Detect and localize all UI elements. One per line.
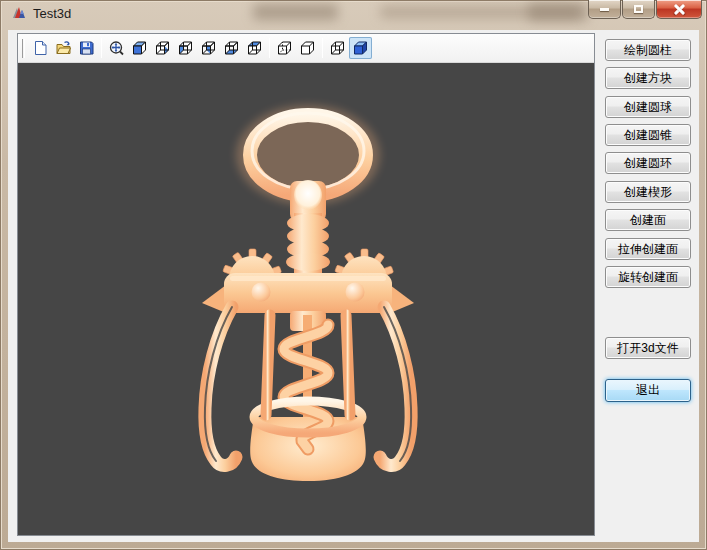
- cube-hidden-dashed-icon[interactable]: [273, 37, 296, 59]
- view-cube-sw-icon[interactable]: [128, 37, 151, 59]
- viewport-3d[interactable]: [18, 63, 594, 535]
- save-file-icon[interactable]: [75, 37, 98, 59]
- create-sphere-button[interactable]: 创建圆球: [605, 96, 691, 118]
- render-shaded-icon[interactable]: [349, 37, 372, 59]
- render-wireframe-icon[interactable]: [326, 37, 349, 59]
- client-area: [8, 30, 699, 542]
- blurred-background: [253, 4, 338, 20]
- draw-cylinder-button[interactable]: 绘制圆柱: [605, 39, 691, 61]
- revolve-face-button[interactable]: 旋转创建面: [605, 266, 691, 288]
- create-wedge-button[interactable]: 创建楔形: [605, 181, 691, 203]
- cube-plain-icon[interactable]: [296, 37, 319, 59]
- minimize-icon: [600, 8, 609, 11]
- create-torus-button[interactable]: 创建圆环: [605, 152, 691, 174]
- view-cube-back-icon[interactable]: [197, 37, 220, 59]
- maximize-button[interactable]: [622, 0, 655, 19]
- create-face-button[interactable]: 创建面: [605, 209, 691, 231]
- app-window: Test3d: [0, 0, 707, 550]
- zoom-extents-icon[interactable]: [105, 37, 128, 59]
- toolbar-grip[interactable]: [22, 39, 25, 58]
- window-title: Test3d: [33, 6, 71, 21]
- minimize-button[interactable]: [588, 0, 621, 19]
- work-frame: [17, 33, 595, 536]
- view-cube-bottom-icon[interactable]: [220, 37, 243, 59]
- close-button[interactable]: [656, 0, 702, 19]
- app-icon[interactable]: [11, 5, 27, 21]
- blurred-background: [528, 3, 588, 21]
- exit-button[interactable]: 退出: [605, 379, 691, 402]
- open-3d-file-button[interactable]: 打开3d文件: [605, 337, 691, 359]
- new-file-icon[interactable]: [29, 37, 52, 59]
- toolbar-separator: [269, 38, 270, 58]
- titlebar[interactable]: Test3d: [0, 0, 707, 30]
- extrude-face-button[interactable]: 拉伸创建面: [605, 238, 691, 260]
- toolbar-separator: [101, 38, 102, 58]
- view-cube-top-icon[interactable]: [243, 37, 266, 59]
- view-cube-ne-icon[interactable]: [151, 37, 174, 59]
- window-controls: [587, 0, 702, 19]
- close-icon: [674, 4, 685, 15]
- toolbar-separator: [322, 38, 323, 58]
- create-cone-button[interactable]: 创建圆锥: [605, 124, 691, 146]
- toolbar: [18, 34, 594, 63]
- view-cube-left-icon[interactable]: [174, 37, 197, 59]
- maximize-icon: [634, 5, 643, 13]
- open-file-icon[interactable]: [52, 37, 75, 59]
- corkscrew-3d-model: [18, 63, 594, 535]
- create-cube-button[interactable]: 创建方块: [605, 67, 691, 89]
